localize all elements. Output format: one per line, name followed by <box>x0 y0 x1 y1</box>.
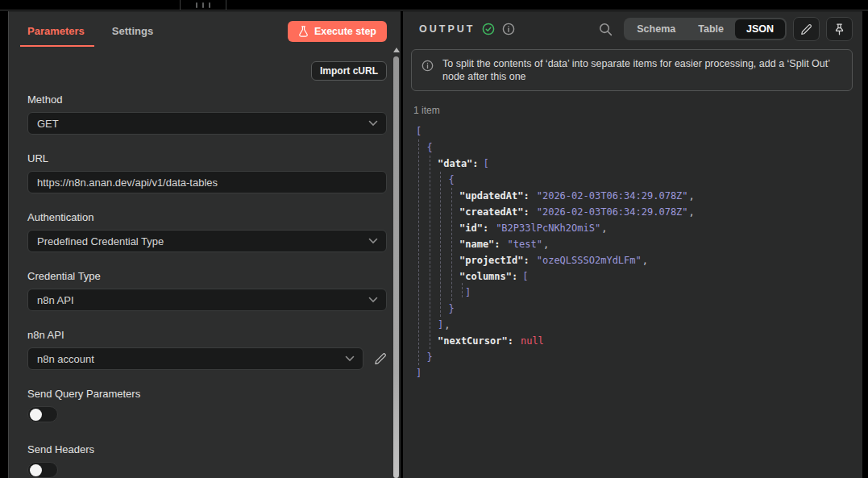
json-line: "updatedAt":"2026-02-03T06:34:29.078Z", <box>416 188 862 204</box>
credential-label: n8n API <box>27 329 387 341</box>
edit-credential-pencil-icon[interactable] <box>374 352 387 365</box>
json-line: ] <box>416 365 862 381</box>
json-line: } <box>416 301 862 317</box>
view-tab-table[interactable]: Table <box>687 19 735 39</box>
method-label: Method <box>27 94 387 106</box>
success-check-icon <box>482 23 495 35</box>
indent-guide <box>418 139 419 365</box>
toggle-knob <box>30 464 42 476</box>
send-headers-group: Send Headers <box>27 443 387 478</box>
output-header: OUTPUT Schema Table JSON <box>403 11 862 47</box>
pin-data-button[interactable] <box>826 17 853 41</box>
execute-step-button[interactable]: Execute step <box>288 21 387 42</box>
panel-drag-handle[interactable] <box>180 0 226 10</box>
json-line: { <box>416 139 862 156</box>
send-query-parameters-group: Send Query Parameters <box>27 388 387 422</box>
parameters-header: Parameters Settings Execute step <box>9 11 401 52</box>
output-view-switcher: Schema Table JSON <box>624 18 787 40</box>
url-label: URL <box>27 152 387 164</box>
pencil-icon <box>800 23 812 35</box>
import-curl-button[interactable]: Import cURL <box>311 61 387 81</box>
callout-text: To split the contents of ‘data’ into sep… <box>442 57 842 83</box>
json-output-view[interactable]: [ { "data":[ { "updatedAt":"2026-02-03T0… <box>416 123 862 381</box>
credential-type-value: n8n API <box>37 294 74 306</box>
send-headers-toggle[interactable] <box>27 462 58 478</box>
output-title: OUTPUT <box>419 23 475 35</box>
callout-info-icon <box>422 60 434 72</box>
json-line: "id":"B2P33lPcNKh2OmiS", <box>416 220 862 236</box>
parameters-tabs: Parameters Settings <box>27 21 153 47</box>
flask-icon <box>298 26 309 37</box>
json-line: "projectId":"ozeQLSSSO2mYdLFm", <box>416 252 862 268</box>
send-query-parameters-label: Send Query Parameters <box>27 388 387 400</box>
credential-type-select[interactable]: n8n API <box>27 289 387 311</box>
view-tab-schema[interactable]: Schema <box>625 19 687 39</box>
left-panel-scrollbar[interactable] <box>392 45 400 478</box>
indent-guide <box>440 172 441 317</box>
method-field-group: Method GET <box>27 94 387 135</box>
authentication-select[interactable]: Predefined Credential Type <box>27 230 387 252</box>
json-line: { <box>416 172 862 188</box>
parameters-body: Import cURL Method GET URL https://n8n.a… <box>9 52 401 478</box>
json-line: "nextCursor":null <box>416 333 862 349</box>
info-icon[interactable] <box>502 23 515 35</box>
url-value: https://n8n.anan.dev/api/v1/data-tables <box>37 177 218 189</box>
chevron-down-icon <box>345 355 355 362</box>
json-line: [ <box>416 123 862 139</box>
json-line: ], <box>416 317 862 333</box>
json-line: "createdAt":"2026-02-03T06:34:29.078Z", <box>416 204 862 220</box>
node-details-view: Parameters Settings Execute step Import … <box>0 0 868 478</box>
authentication-field-group: Authentication Predefined Credential Typ… <box>27 211 387 252</box>
authentication-label: Authentication <box>27 211 387 223</box>
chevron-down-icon <box>368 238 378 244</box>
window-top-bar <box>0 0 868 10</box>
tab-parameters[interactable]: Parameters <box>27 25 85 47</box>
view-tab-json[interactable]: JSON <box>735 19 785 39</box>
indent-guide <box>462 283 463 297</box>
json-line: } <box>416 349 862 365</box>
send-headers-label: Send Headers <box>27 443 387 455</box>
credential-field-group: n8n API n8n account <box>27 329 387 370</box>
scrollbar-thumb[interactable] <box>393 56 399 478</box>
send-query-parameters-toggle[interactable] <box>27 406 58 422</box>
pin-icon <box>834 23 845 35</box>
json-line: "data":[ <box>416 156 862 172</box>
credential-type-label: Credential Type <box>27 270 387 282</box>
json-line: "name":"test", <box>416 236 862 252</box>
output-panel: OUTPUT Schema Table JSON <box>403 11 862 478</box>
credential-value: n8n account <box>37 353 94 365</box>
search-icon[interactable] <box>599 23 613 36</box>
split-out-callout: To split the contents of ‘data’ into sep… <box>411 49 853 91</box>
credential-select[interactable]: n8n account <box>27 347 363 370</box>
method-select[interactable]: GET <box>27 112 387 135</box>
chevron-down-icon <box>368 297 378 303</box>
indent-guide <box>451 188 452 301</box>
url-field-group: URL https://n8n.anan.dev/api/v1/data-tab… <box>27 152 387 193</box>
json-line: "columns":[ <box>416 268 862 285</box>
indent-guide <box>430 156 430 349</box>
tab-settings[interactable]: Settings <box>112 25 153 47</box>
scrollbar-up-arrow[interactable] <box>393 48 400 52</box>
toggle-knob <box>30 409 42 421</box>
edit-output-button[interactable] <box>793 17 820 41</box>
method-value: GET <box>37 118 59 130</box>
execute-step-label: Execute step <box>314 26 376 37</box>
items-count: 1 item <box>413 105 862 116</box>
credential-type-field-group: Credential Type n8n API <box>27 270 387 311</box>
grip-icon <box>196 2 210 8</box>
chevron-down-icon <box>368 120 378 127</box>
json-line: ] <box>416 285 862 301</box>
node-parameters-panel: Parameters Settings Execute step Import … <box>8 11 401 478</box>
authentication-value: Predefined Credential Type <box>37 235 164 247</box>
url-input[interactable]: https://n8n.anan.dev/api/v1/data-tables <box>27 171 387 193</box>
